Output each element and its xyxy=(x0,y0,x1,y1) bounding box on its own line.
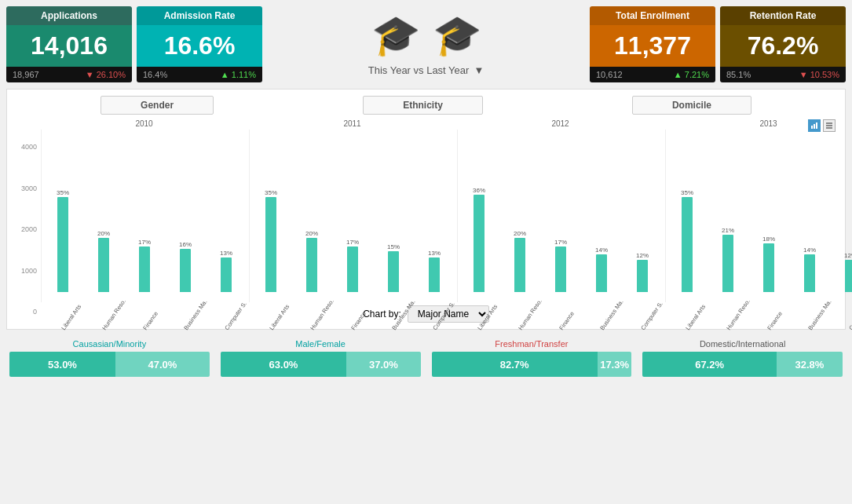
dashboard: Applications 14,016 18,967 ▼ 26.10% Admi… xyxy=(0,0,852,386)
enrollment-card: Total Enrollment 11,377 10,612 ▲ 7.21% xyxy=(590,6,715,82)
gender-bar: 63.0% 37.0% xyxy=(221,352,421,377)
bar xyxy=(474,195,485,292)
center-hero: 🎓 🎓 This Year vs Last Year ▼ xyxy=(267,6,585,82)
bar xyxy=(98,238,109,292)
applications-prev: 18,967 xyxy=(13,70,39,79)
domestic-stat: Domestic/International 67.2% 32.8% xyxy=(639,336,846,380)
chart-by-row: Chart by: Major Name Department College xyxy=(13,305,839,323)
grad-icons: 🎓 🎓 xyxy=(371,13,481,58)
retention-value: 76.2% xyxy=(720,25,846,67)
bar xyxy=(429,257,440,292)
tab-ethnicity[interactable]: Ethnicity xyxy=(363,96,483,115)
svg-rect-0 xyxy=(811,126,813,129)
bar xyxy=(763,243,774,292)
bar-label: Computer S. xyxy=(847,295,852,331)
admission-value: 16.6% xyxy=(137,25,262,67)
chart-type-table-icon[interactable] xyxy=(823,119,836,132)
y-axis: 0 1000 2000 3000 4000 xyxy=(15,143,37,316)
bar xyxy=(596,254,607,292)
bar xyxy=(845,260,852,292)
svg-rect-4 xyxy=(826,125,832,126)
bars-row-2013: 35%Liberal Arts21%Human Reso.18%Finance1… xyxy=(665,130,852,302)
admission-footer: 16.4% ▲ 1.11% xyxy=(137,67,262,82)
bar xyxy=(265,197,276,292)
bars-row-2011: 35%Liberal Arts20%Human Reso.17%Finance1… xyxy=(249,130,455,302)
bar-wrap: 17%Finance xyxy=(541,239,580,302)
year-group-2010: 201035%Liberal Arts20%Human Reso.17%Fina… xyxy=(41,119,247,302)
freshman-stat: Freshman/Transfer 82.7% 17.3% xyxy=(429,336,635,380)
causasian-title: Causasian/Minority xyxy=(9,339,210,349)
bars-row-2010: 35%Liberal Arts20%Human Reso.17%Finance1… xyxy=(41,130,247,302)
bar xyxy=(139,247,150,292)
applications-label: Applications xyxy=(6,6,132,25)
bar xyxy=(682,197,693,292)
freshman-val1: 82.7% xyxy=(432,352,598,377)
gender-val2: 37.0% xyxy=(346,352,420,377)
bar-wrap: 21%Human Reso. xyxy=(708,227,748,302)
bar-wrap: 18%Finance xyxy=(749,236,788,302)
svg-rect-3 xyxy=(826,122,832,124)
bar xyxy=(347,247,358,292)
gender-title: Male/Female xyxy=(221,339,421,349)
enrollment-value: 11,377 xyxy=(590,25,715,67)
retention-label: Retention Rate xyxy=(720,6,846,25)
enrollment-change: ▲ 7.21% xyxy=(674,70,709,79)
bars-row-2012: 36%Liberal Arts20%Human Reso.17%Finance1… xyxy=(457,130,664,302)
bar-wrap: 20%Human Reso. xyxy=(292,230,331,302)
grad-icon-male: 🎓 xyxy=(433,13,481,58)
year-compare-label: This Year vs Last Year xyxy=(368,64,470,76)
domestic-title: Domestic/International xyxy=(642,339,843,349)
year-label-2010: 2010 xyxy=(41,119,247,128)
enrollment-footer: 10,612 ▲ 7.21% xyxy=(590,67,715,82)
gender-val1: 63.0% xyxy=(221,352,347,377)
stat-bars-row: Causasian/Minority 53.0% 47.0% Male/Fema… xyxy=(6,336,846,380)
dropdown-arrow-icon: ▼ xyxy=(474,64,484,76)
svg-rect-5 xyxy=(826,127,832,129)
bar xyxy=(722,235,733,292)
year-label-2012: 2012 xyxy=(457,119,664,128)
year-compare-selector[interactable]: This Year vs Last Year ▼ xyxy=(368,64,485,76)
bar-wrap: 17%Finance xyxy=(125,239,164,302)
admission-card: Admission Rate 16.6% 16.4% ▲ 1.11% xyxy=(137,6,262,82)
year-group-2011: 201135%Liberal Arts20%Human Reso.17%Fina… xyxy=(249,119,455,302)
bar-wrap: 35%Liberal Arts xyxy=(251,189,291,302)
svg-rect-2 xyxy=(816,122,817,129)
domestic-bar: 67.2% 32.8% xyxy=(642,352,843,377)
applications-footer: 18,967 ▼ 26.10% xyxy=(6,67,132,82)
freshman-bar: 82.7% 17.3% xyxy=(432,352,632,377)
chart-section: Gender Ethnicity Domicile 0 1000 2000 30… xyxy=(6,89,846,330)
bar-wrap: 35%Liberal Arts xyxy=(43,189,82,302)
bar xyxy=(180,249,191,292)
bar-wrap: 20%Human Reso. xyxy=(84,230,123,302)
bar-wrap: 15%Business Ma. xyxy=(374,243,413,302)
admission-label: Admission Rate xyxy=(137,6,262,25)
bar xyxy=(306,238,317,292)
bar xyxy=(57,197,68,292)
bar-wrap: 13%Computer S. xyxy=(415,250,454,302)
bar-wrap: 12%Computer S. xyxy=(831,252,852,302)
admission-change: ▲ 1.11% xyxy=(221,70,256,79)
year-group-2013: 201335%Liberal Arts21%Human Reso.18%Fina… xyxy=(665,119,852,302)
retention-card: Retention Rate 76.2% 85.1% ▼ 10.53% xyxy=(720,6,846,82)
domestic-val2: 32.8% xyxy=(777,352,843,377)
enrollment-prev: 10,612 xyxy=(596,70,623,79)
bar-wrap: 20%Human Reso. xyxy=(500,230,539,302)
bar xyxy=(555,247,566,292)
bar-wrap: 12%Computer S. xyxy=(623,252,662,302)
causasian-stat: Causasian/Minority 53.0% 47.0% xyxy=(6,336,213,380)
retention-footer: 85.1% ▼ 10.53% xyxy=(720,67,846,82)
tab-domicile[interactable]: Domicile xyxy=(632,96,751,115)
bar xyxy=(637,260,648,292)
freshman-val2: 17.3% xyxy=(598,352,631,377)
bar xyxy=(804,254,815,292)
gender-stat: Male/Female 63.0% 37.0% xyxy=(218,336,424,380)
admission-prev: 16.4% xyxy=(143,70,167,79)
year-group-2012: 201236%Liberal Arts20%Human Reso.17%Fina… xyxy=(457,119,664,302)
chart-type-bar-icon[interactable] xyxy=(808,119,821,132)
tab-gender[interactable]: Gender xyxy=(101,96,214,115)
causasian-val2: 47.0% xyxy=(115,352,210,377)
causasian-val1: 53.0% xyxy=(9,352,115,377)
bar-wrap: 13%Computer S. xyxy=(207,250,246,302)
bar-wrap: 17%Finance xyxy=(333,239,372,302)
bar xyxy=(514,238,525,292)
